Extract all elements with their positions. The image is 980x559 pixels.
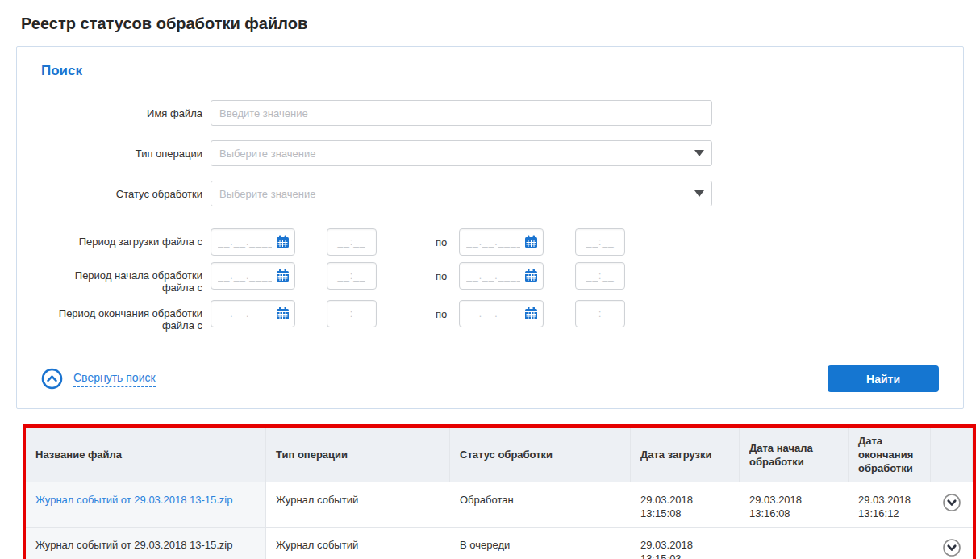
processing-start-to-time-input[interactable] xyxy=(575,262,625,290)
processing-status-label: Статус обработки xyxy=(41,188,202,200)
processing-end-period-row: Период окончания обработки файла с по xyxy=(41,300,939,332)
file-name-label: Имя файла xyxy=(41,107,202,119)
calendar-icon[interactable] xyxy=(524,235,538,248)
caret-down-icon xyxy=(694,150,704,156)
operation-type-label: Тип операции xyxy=(41,148,202,160)
search-heading: Поиск xyxy=(41,63,939,79)
table-row-2-end-date-cell xyxy=(849,527,931,559)
column-header-actions xyxy=(931,428,973,482)
file-name-row: Имя файла xyxy=(41,100,939,126)
table-row-2-operation-type-cell: Журнал событий xyxy=(266,527,450,559)
upload-period-label: Период загрузки файла с xyxy=(41,228,202,248)
collapse-search-link[interactable]: Свернуть поиск xyxy=(73,371,156,387)
column-header-processing-end-date: Дата окончания обработки xyxy=(849,428,931,482)
calendar-icon[interactable] xyxy=(276,235,290,248)
table-row-1-start-date-cell: 29.03.2018 13:16:08 xyxy=(740,482,849,527)
upload-period-row: Период загрузки файла с по xyxy=(41,228,939,256)
processing-status-select[interactable]: Выберите значение xyxy=(211,181,712,206)
table-row-2-file-name-cell: Журнал событий от 29.03.2018 13-15.zip xyxy=(26,527,266,559)
table-row-1-operation-type-cell: Журнал событий xyxy=(266,482,450,527)
file-name-text: Журнал событий от 29.03.2018 13-15.zip xyxy=(35,539,232,551)
collapse-search-toggle[interactable]: Свернуть поиск xyxy=(41,368,156,390)
table-row-1-end-date-cell: 29.03.2018 13:16:12 xyxy=(849,482,931,527)
processing-end-from-time-input[interactable] xyxy=(327,300,377,327)
processing-start-period-label: Период начала обработки файла с xyxy=(41,262,202,294)
period-to-label: по xyxy=(436,228,447,248)
file-link[interactable]: Журнал событий от 29.03.2018 13-15.zip xyxy=(35,494,232,506)
table-row-1-file-name-cell: Журнал событий от 29.03.2018 13-15.zip xyxy=(26,482,266,527)
column-header-processing-start-date: Дата начала обработки xyxy=(740,428,849,482)
search-panel: Поиск Имя файла Тип операции Выберите зн… xyxy=(16,46,964,409)
results-table: Название файла Тип операции Статус обраб… xyxy=(26,428,973,559)
table-row-2-status-cell: В очереди xyxy=(450,527,631,559)
operation-type-placeholder[interactable]: Выберите значение xyxy=(211,140,712,166)
upload-period-to-time-input[interactable] xyxy=(575,228,625,256)
calendar-icon[interactable] xyxy=(276,269,290,282)
search-button[interactable]: Найти xyxy=(828,365,939,392)
table-row-2-actions-cell xyxy=(931,527,973,559)
caret-down-icon xyxy=(694,190,704,197)
table-row-2-upload-date-cell: 29.03.2018 13:15:03 xyxy=(631,527,740,559)
expand-row-button[interactable] xyxy=(942,538,961,557)
table-row-1-upload-date-cell: 29.03.2018 13:15:08 xyxy=(631,482,740,527)
processing-start-from-time-input[interactable] xyxy=(327,262,377,290)
operation-type-row: Тип операции Выберите значение xyxy=(41,140,939,166)
column-header-file-name: Название файла xyxy=(26,428,266,482)
page-title: Реестр статусов обработки файлов xyxy=(21,15,964,33)
table-row-1-status-cell: Обработан xyxy=(450,482,631,527)
column-header-processing-status: Статус обработки xyxy=(450,428,631,482)
processing-status-row: Статус обработки Выберите значение xyxy=(41,181,939,206)
period-to-label: по xyxy=(436,300,447,320)
expand-row-button[interactable] xyxy=(942,493,961,512)
calendar-icon[interactable] xyxy=(524,307,538,320)
table-row-2-start-date-cell xyxy=(740,527,849,559)
processing-end-to-time-input[interactable] xyxy=(575,300,625,327)
upload-period-from-time-input[interactable] xyxy=(327,228,377,256)
table-row-1-actions-cell xyxy=(931,482,973,527)
column-header-upload-date: Дата загрузки xyxy=(631,428,740,482)
processing-end-period-label: Период окончания обработки файла с xyxy=(41,300,202,332)
column-header-operation-type: Тип операции xyxy=(266,428,450,482)
file-name-input[interactable] xyxy=(211,100,712,126)
processing-status-placeholder[interactable]: Выберите значение xyxy=(211,181,712,206)
calendar-icon[interactable] xyxy=(276,307,290,320)
calendar-icon[interactable] xyxy=(524,269,538,282)
processing-start-period-row: Период начала обработки файла с по xyxy=(41,262,939,294)
chevron-up-circle-icon xyxy=(41,368,63,390)
results-table-annotation-frame: Название файла Тип операции Статус обраб… xyxy=(23,424,976,559)
operation-type-select[interactable]: Выберите значение xyxy=(211,140,712,166)
period-to-label: по xyxy=(436,262,447,282)
